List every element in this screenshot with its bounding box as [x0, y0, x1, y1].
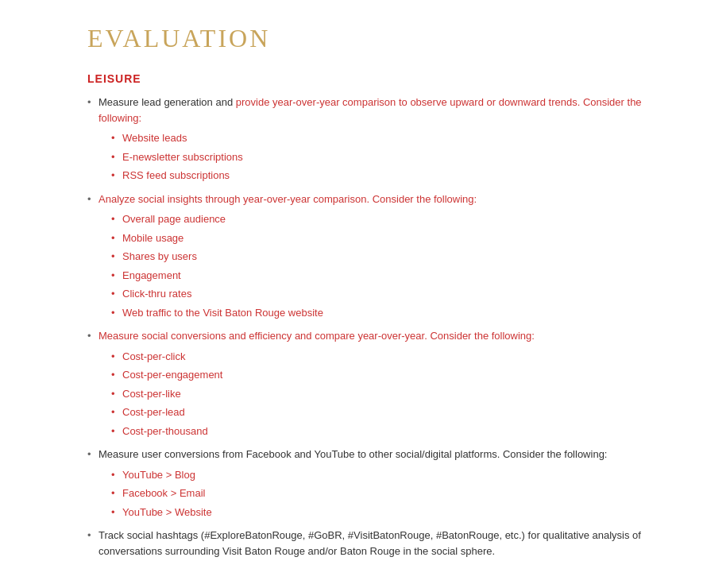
sub-item-label: RSS feed subscriptions [122, 169, 230, 181]
sub-list-item: Click-thru rates [111, 286, 671, 302]
sub-item-label: Engagement [122, 269, 181, 281]
sub-list-item: Website leads [111, 130, 671, 146]
sub-list: Website leads E-newsletter subscriptions… [111, 130, 671, 184]
sub-list: YouTube > Blog Facebook > Email YouTube … [111, 467, 671, 520]
sub-list-item: Cost-per-thousand [111, 424, 671, 439]
sub-list-item: Facebook > Email [111, 485, 671, 501]
sub-item-label: YouTube > Website [122, 506, 212, 518]
section-heading: LEISURE [87, 72, 671, 85]
sub-list-item: YouTube > Website [111, 505, 671, 520]
sub-item-label: Cost-per-like [122, 388, 181, 400]
sub-list-item: Cost-per-engagement [111, 367, 671, 383]
sub-item-label: Mobile usage [122, 232, 183, 244]
sub-list-item: Mobile usage [111, 230, 671, 246]
sub-list-item: Overall page audience [111, 211, 671, 227]
sub-list: Overall page audience Mobile usage Share… [111, 211, 671, 320]
sub-list-item: Cost-per-like [111, 386, 671, 402]
sub-item-label: Cost-per-thousand [122, 425, 208, 437]
item-intro-text: Track social hashtags (#ExploreBatonRoug… [98, 529, 641, 557]
page-title: EVALUATION [87, 24, 671, 53]
sub-list: Cost-per-click Cost-per-engagement Cost-… [111, 349, 671, 439]
sub-list-item: E-newsletter subscriptions [111, 149, 671, 165]
sub-list-item: Shares by users [111, 249, 671, 265]
sub-list-item: Web traffic to the Visit Baton Rouge web… [111, 305, 671, 321]
item-intro-text: Measure lead generation and [98, 96, 236, 108]
sub-item-label: Overall page audience [122, 213, 226, 225]
item-link-text: Analyze social insights through year-ove… [98, 193, 477, 205]
list-item: Measure user conversions from Facebook a… [87, 447, 671, 520]
sub-item-label: E-newsletter subscriptions [122, 151, 243, 163]
sub-item-label: Cost-per-lead [122, 406, 185, 418]
sub-item-label: Cost-per-engagement [122, 369, 222, 381]
sub-item-label: Facebook > Email [122, 487, 205, 499]
sub-item-label: Web traffic to the Visit Baton Rouge web… [122, 307, 323, 319]
sub-list-item: Cost-per-lead [111, 404, 671, 420]
item-intro-text: Measure user conversions from Facebook a… [98, 448, 607, 460]
sub-item-label: Click-thru rates [122, 288, 191, 300]
list-item: Analyze social insights through year-ove… [87, 191, 671, 321]
sub-list-item: YouTube > Blog [111, 467, 671, 483]
list-item: Measure lead generation and provide year… [87, 95, 671, 184]
list-item: Track social hashtags (#ExploreBatonRoug… [87, 528, 671, 559]
sub-list-item: RSS feed subscriptions [111, 168, 671, 184]
sub-list-item: Cost-per-click [111, 349, 671, 365]
main-content-list: Measure lead generation and provide year… [87, 95, 671, 559]
list-item: Measure social conversions and efficienc… [87, 328, 671, 439]
sub-item-label: Shares by users [122, 250, 197, 262]
sub-list-item: Engagement [111, 268, 671, 284]
sub-item-label: YouTube > Blog [122, 469, 195, 481]
sub-item-label: Cost-per-click [122, 350, 185, 362]
sub-item-label: Website leads [122, 132, 187, 144]
item-link-text: Measure social conversions and efficienc… [98, 330, 535, 342]
